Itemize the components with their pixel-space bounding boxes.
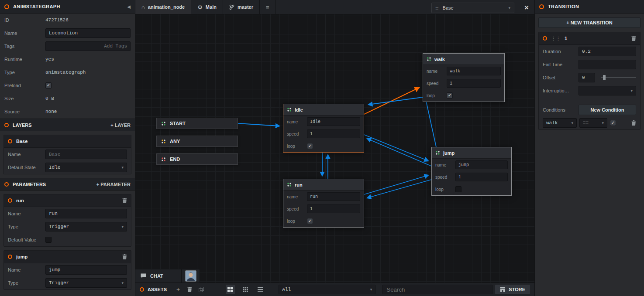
node-speed-input[interactable] bbox=[447, 79, 501, 88]
transition-edge[interactable] bbox=[238, 123, 279, 126]
asset-search-input[interactable] bbox=[382, 285, 492, 294]
loop-checkbox[interactable] bbox=[447, 92, 453, 99]
field-label: Type bbox=[4, 70, 43, 75]
tab-label: animation_node bbox=[148, 4, 185, 10]
node-speed-input[interactable] bbox=[307, 129, 360, 138]
field-row-runtime: Runtime yes bbox=[0, 53, 135, 66]
state-node-walk[interactable]: walk name speed loop bbox=[423, 53, 505, 102]
panel-title: TRANSITION bbox=[548, 4, 579, 9]
transition-panel: TRANSITION + NEW TRANSITION ⋮⋮ 1 Duratio… bbox=[534, 0, 644, 296]
graph-viewport[interactable]: START ANY END Idle name speed bbox=[135, 0, 534, 296]
node-speed-input[interactable] bbox=[455, 173, 508, 181]
condition-value-checkbox[interactable] bbox=[610, 120, 616, 126]
parameter-type-select[interactable]: Trigger ▾ bbox=[45, 278, 127, 288]
node-title: Idle bbox=[295, 107, 303, 112]
field-label: loop bbox=[435, 187, 452, 192]
select-value: == bbox=[583, 120, 589, 126]
parameters-icon bbox=[4, 182, 9, 187]
layer-select[interactable]: ≡ Base ▾ bbox=[431, 3, 514, 13]
view-list-button[interactable] bbox=[256, 285, 265, 294]
state-node-jump[interactable]: jump name speed loop bbox=[431, 147, 512, 196]
parameter-type-select[interactable]: Trigger ▾ bbox=[45, 222, 127, 231]
add-asset-button[interactable]: + bbox=[174, 285, 183, 294]
view-large-grid-button[interactable] bbox=[226, 285, 234, 294]
add-parameter-button[interactable]: + PARAMETER bbox=[96, 182, 131, 187]
select-value: Idle bbox=[49, 165, 60, 170]
add-layer-button[interactable]: + LAYER bbox=[110, 122, 131, 128]
transition-edge-selected[interactable] bbox=[364, 88, 419, 114]
transition-edge[interactable] bbox=[364, 135, 428, 161]
transition-item-header[interactable]: ⋮⋮ 1 bbox=[539, 32, 640, 45]
condition-parameter-select[interactable]: walk ▾ bbox=[543, 118, 577, 128]
tab-animation-node[interactable]: ⌂ animation_node bbox=[135, 0, 191, 14]
state-node-end[interactable]: END bbox=[156, 153, 238, 165]
node-name-input[interactable] bbox=[307, 192, 360, 201]
parameter-panel-header[interactable]: run bbox=[4, 194, 131, 207]
delete-transition-icon[interactable] bbox=[631, 36, 636, 41]
branch-indicator[interactable]: master bbox=[223, 0, 260, 14]
offset-slider[interactable] bbox=[601, 75, 636, 81]
node-header[interactable]: walk bbox=[423, 54, 504, 65]
slider-handle[interactable] bbox=[603, 75, 606, 80]
duplicate-asset-button[interactable] bbox=[197, 285, 206, 294]
state-node-start[interactable]: START bbox=[156, 118, 238, 129]
name-input[interactable] bbox=[45, 28, 131, 38]
field-label: speed bbox=[427, 81, 443, 86]
field-label: Name bbox=[8, 267, 43, 272]
anim-state-icon bbox=[161, 139, 166, 144]
default-state-select[interactable]: Idle ▾ bbox=[45, 163, 127, 172]
tab-main-settings[interactable]: ⚙ Main bbox=[191, 0, 223, 14]
new-transition-button[interactable]: + NEW TRANSITION bbox=[538, 17, 641, 28]
state-node-any[interactable]: ANY bbox=[156, 136, 238, 147]
close-graph-button[interactable]: × bbox=[521, 3, 532, 13]
node-name-input[interactable] bbox=[455, 160, 508, 169]
parameter-panel-header[interactable]: jump bbox=[4, 251, 131, 263]
transition-edge[interactable] bbox=[367, 180, 431, 198]
user-presence[interactable] bbox=[182, 269, 200, 282]
asset-filter-select[interactable]: All ▾ bbox=[279, 285, 375, 294]
node-header[interactable]: Idle bbox=[283, 104, 364, 116]
node-header[interactable]: jump bbox=[432, 147, 511, 159]
collapse-panel-icon[interactable]: ◀ bbox=[127, 4, 131, 9]
preload-checkbox[interactable] bbox=[45, 82, 52, 88]
layer-name-input[interactable] bbox=[45, 150, 127, 159]
offset-input[interactable] bbox=[579, 73, 595, 82]
store-button[interactable]: STORE bbox=[495, 285, 530, 294]
chevron-down-icon: ▾ bbox=[569, 121, 573, 125]
menu-button[interactable]: ≡ bbox=[260, 0, 276, 14]
node-name-input[interactable] bbox=[307, 117, 360, 126]
loop-checkbox[interactable] bbox=[307, 143, 313, 149]
state-node-idle[interactable]: Idle name speed loop bbox=[283, 104, 364, 153]
parameter-name-input[interactable] bbox=[45, 209, 127, 218]
interruption-select[interactable]: ▾ bbox=[579, 86, 636, 95]
exit-time-input[interactable] bbox=[579, 60, 636, 69]
field-label: Default Value bbox=[8, 237, 43, 242]
transition-edge[interactable] bbox=[364, 175, 428, 194]
delete-condition-icon[interactable] bbox=[631, 120, 636, 126]
default-value-checkbox[interactable] bbox=[45, 237, 52, 243]
parameter-title: run bbox=[16, 198, 24, 203]
duration-input[interactable] bbox=[579, 47, 636, 56]
transition-edge[interactable] bbox=[368, 97, 423, 105]
node-speed-input[interactable] bbox=[307, 204, 360, 213]
state-node-run[interactable]: run name speed loop bbox=[283, 179, 364, 228]
loop-checkbox[interactable] bbox=[455, 186, 461, 192]
transition-edge[interactable] bbox=[367, 139, 431, 166]
gear-icon: ⚙ bbox=[197, 4, 203, 10]
view-small-grid-button[interactable] bbox=[241, 285, 250, 294]
drag-handle-icon[interactable]: ⋮⋮ bbox=[551, 36, 561, 41]
chat-panel-toggle[interactable]: CHAT bbox=[135, 269, 182, 282]
parameter-name-input[interactable] bbox=[45, 265, 127, 275]
node-header[interactable]: run bbox=[283, 179, 364, 191]
field-label: Tags bbox=[4, 44, 43, 49]
new-condition-button[interactable]: New Condition bbox=[579, 105, 636, 115]
condition-operator-select[interactable]: == ▾ bbox=[579, 118, 607, 128]
delete-parameter-icon[interactable] bbox=[122, 198, 127, 203]
loop-checkbox[interactable] bbox=[307, 218, 313, 224]
delete-parameter-icon[interactable] bbox=[122, 254, 127, 259]
field-value: 0 B bbox=[45, 96, 54, 101]
delete-asset-button[interactable] bbox=[185, 285, 194, 294]
tags-input[interactable] bbox=[45, 41, 131, 51]
node-name-input[interactable] bbox=[447, 67, 501, 75]
layer-panel-header[interactable]: Base bbox=[4, 135, 131, 148]
